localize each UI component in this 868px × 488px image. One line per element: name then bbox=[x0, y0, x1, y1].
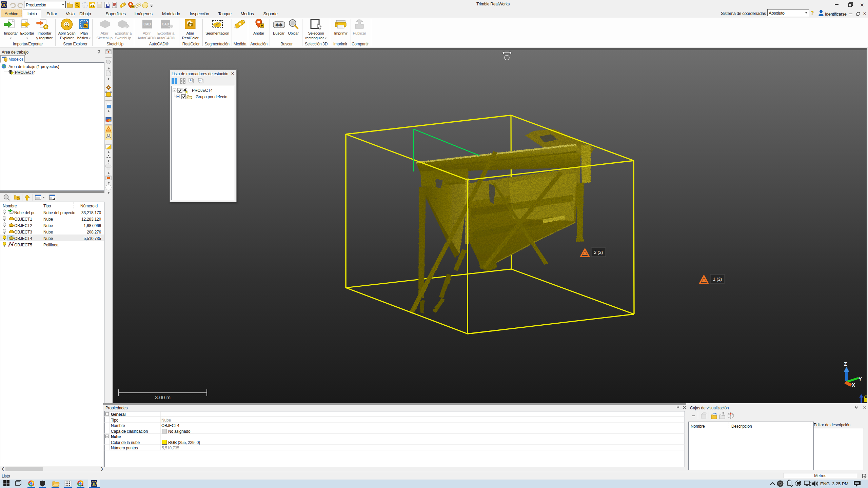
svg-text:ENG: ENG bbox=[820, 481, 830, 486]
svg-text:✱✱: ✱✱ bbox=[275, 22, 283, 27]
svg-text:2 (2): 2 (2) bbox=[594, 250, 603, 255]
svg-text:1 (2): 1 (2) bbox=[713, 277, 722, 282]
svg-text:CAD: CAD bbox=[162, 22, 169, 26]
svg-text:3.00 m: 3.00 m bbox=[155, 394, 171, 400]
svg-text:3:25 PM: 3:25 PM bbox=[832, 481, 848, 486]
svg-text:X: X bbox=[852, 382, 855, 388]
svg-text:R: R bbox=[3, 3, 6, 7]
svg-text:R: R bbox=[93, 482, 96, 486]
svg-text:Y: Y bbox=[859, 376, 862, 382]
svg-text:CAD: CAD bbox=[143, 22, 151, 26]
svg-text:Z: Z bbox=[844, 361, 847, 367]
